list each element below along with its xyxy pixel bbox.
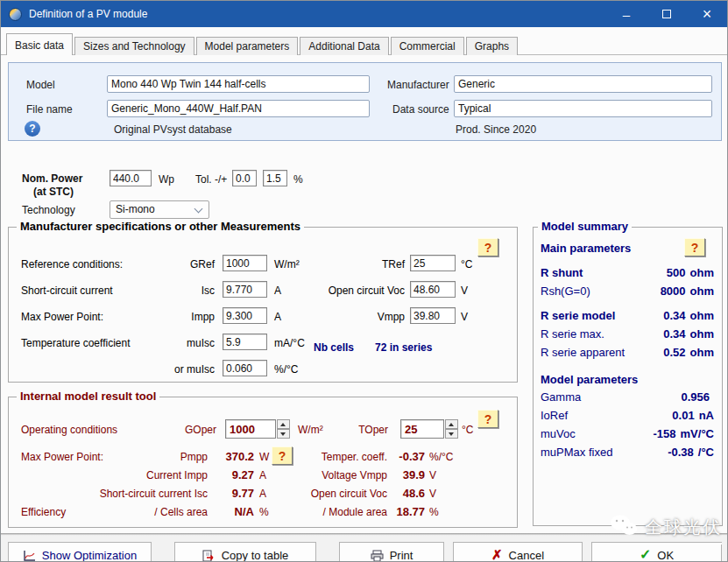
muisc-symbol: muIsc [153,337,215,349]
tab-graphs[interactable]: Graphs [466,37,518,55]
toper-spin-up[interactable] [445,419,458,429]
isc-label: Short-circuit current [21,285,113,297]
show-optimization-button[interactable]: Show Optimization [8,542,152,562]
window-controls: – × [606,1,727,27]
goper-spin-down[interactable] [277,429,290,439]
nom-power-sublabel: (at STC) [33,186,74,198]
summary-help-button[interactable]: ? [684,238,705,256]
module-area-label: / Module area [300,506,387,518]
current-impp-unit: A [259,469,266,481]
isc-input[interactable] [223,281,267,298]
result-voc-value: 48.6 [383,487,425,500]
optimization-chart-icon [23,550,36,562]
goper-spin-up[interactable] [277,419,290,429]
watermark-text: 全球光伏 [645,516,722,539]
isc-symbol: Isc [153,285,215,297]
manufacturer-specs-title: Manufacturer specifications or other Mea… [17,220,304,233]
nb-cells-value: 72 in series [375,341,432,354]
toper-input[interactable] [400,419,444,439]
gref-label: GRef [153,258,215,270]
internal-model-title: Internal model result tool [17,390,159,403]
max-power-point-label: Max Power Point: [21,311,103,323]
tref-help-button[interactable]: ? [477,238,498,256]
technology-select[interactable]: Si-mono [110,200,209,219]
manufacturer-input[interactable] [454,75,712,93]
file-name-label: File name [26,103,73,116]
voc-input[interactable] [410,281,456,298]
tref-unit: °C [461,258,472,270]
cancel-label: Cancel [509,549,544,562]
vmpp-input[interactable] [410,307,456,324]
impp-input[interactable] [223,307,267,324]
gamma-label: Gamma [541,390,581,404]
show-optimization-label: Show Optimization [42,549,137,562]
muisc-input[interactable] [223,334,267,350]
gref-input[interactable] [223,255,267,271]
impp-symbol: Impp [153,311,215,323]
data-source-input[interactable] [454,100,712,117]
tab-commercial[interactable]: Commercial [391,37,464,55]
current-impp-value: 9.27 [206,468,254,481]
tolerance-unit: % [293,173,303,186]
tref-input[interactable] [410,255,456,271]
print-icon [371,550,384,562]
mupmax-row: muPMax fixed -0.38/°C [541,446,714,459]
production-note: Prod. Since 2020 [456,123,536,136]
origin-note: Original PVsyst database [114,123,232,136]
current-impp-label: Current Impp [102,469,208,481]
title-bar: Definition of a PV module – × [1,1,727,27]
temper-coeff-unit: %/°C [429,451,453,463]
maximize-button[interactable] [647,1,687,27]
tab-additional-data[interactable]: Additional Data [300,37,388,55]
tolerance-minus-input[interactable] [232,170,257,186]
or-muisc-symbol: or muIsc [145,363,215,376]
model-summary-title: Model summary [538,220,632,233]
ok-button[interactable]: ✓ OK [591,542,722,562]
module-area-unit: % [429,506,439,518]
rserie-apparent-row: R serie apparent 0.52ohm [541,346,714,359]
pmpp-symbol: Pmpp [102,451,208,463]
manufacturer-label: Manufacturer [387,79,449,91]
toper-spin-down[interactable] [445,429,458,439]
watermark: 全球光伏 [610,514,722,544]
copy-to-table-label: Copy to table [222,549,289,562]
result-isc-unit: A [259,488,266,500]
cancel-button[interactable]: ✗ Cancel [453,542,583,562]
rshg0-unit: ohm [690,285,714,298]
rserie-max-unit: ohm [690,327,714,341]
rserie-apparent-value: 0.52 [663,346,685,359]
nom-power-input[interactable] [110,170,152,186]
tab-sizes-technology[interactable]: Sizes and Technology [74,37,194,55]
result-voc-label: Open circuit Voc [300,488,387,500]
tolerance-plus-input[interactable] [263,170,287,186]
rshg0-row: Rsh(G=0) 8000ohm [541,285,714,298]
voltage-vmpp-unit: V [429,469,436,481]
tolerance-label: Tol. -/+ [195,173,227,186]
maximize-icon [662,10,671,18]
close-button[interactable]: × [687,1,727,27]
isc-unit: A [274,285,281,297]
ok-label: OK [657,549,674,562]
reference-conditions-label: Reference conditions: [21,258,123,270]
temp-coefficient-label: Temperature coefficient [21,337,131,349]
copy-to-table-button[interactable]: Copy to table [174,542,316,562]
rshunt-value: 500 [667,266,686,279]
operating-help-button[interactable]: ? [477,410,498,428]
print-button[interactable]: Print [339,542,444,562]
model-input[interactable] [107,75,370,93]
toper-unit: °C [462,424,473,436]
nom-power-label: Nom. Power [22,172,82,185]
muisc-unit: mA/°C [274,337,305,349]
tab-model-parameters[interactable]: Model parameters [196,37,299,55]
rshunt-label: R shunt [541,266,583,279]
goper-input[interactable] [225,419,276,439]
pmpp-help-button[interactable]: ? [272,446,293,465]
window-title: Definition of a PV module [29,8,147,20]
minimize-button[interactable]: – [606,1,647,27]
rserie-max-value: 0.34 [663,327,685,341]
or-muisc-input[interactable] [223,360,267,376]
file-name-input[interactable] [107,100,370,117]
help-icon[interactable]: ? [25,121,40,137]
tab-basic-data[interactable]: Basic data [6,33,73,55]
model-summary-panel: Model summary Main parameters ? R shunt … [533,227,723,526]
